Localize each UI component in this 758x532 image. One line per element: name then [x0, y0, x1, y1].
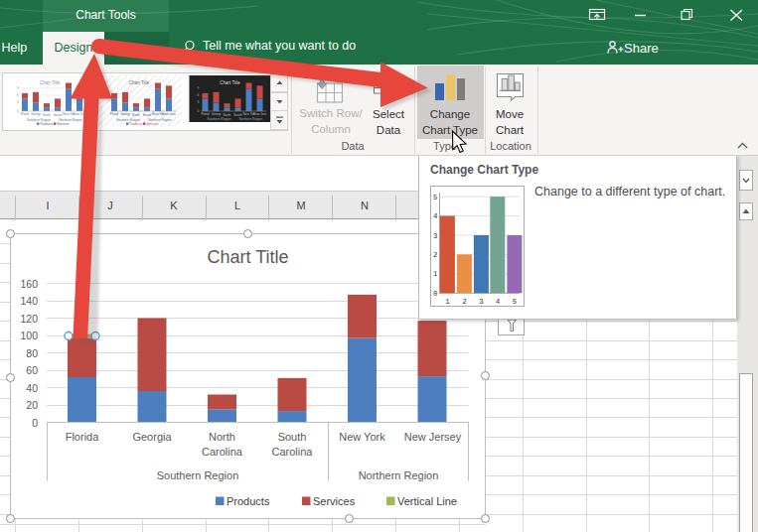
svg-text:5: 5 [433, 194, 438, 201]
svg-text:3: 3 [433, 232, 438, 240]
svg-text:1: 1 [433, 270, 438, 278]
svg-text:2: 2 [462, 298, 467, 306]
svg-text:1: 1 [445, 298, 450, 306]
svg-text:3: 3 [479, 298, 484, 306]
svg-text:5: 5 [513, 298, 518, 306]
svg-text:0: 0 [433, 290, 438, 298]
svg-text:2: 2 [433, 251, 438, 259]
svg-text:4: 4 [433, 212, 438, 220]
svg-text:4: 4 [496, 298, 501, 306]
